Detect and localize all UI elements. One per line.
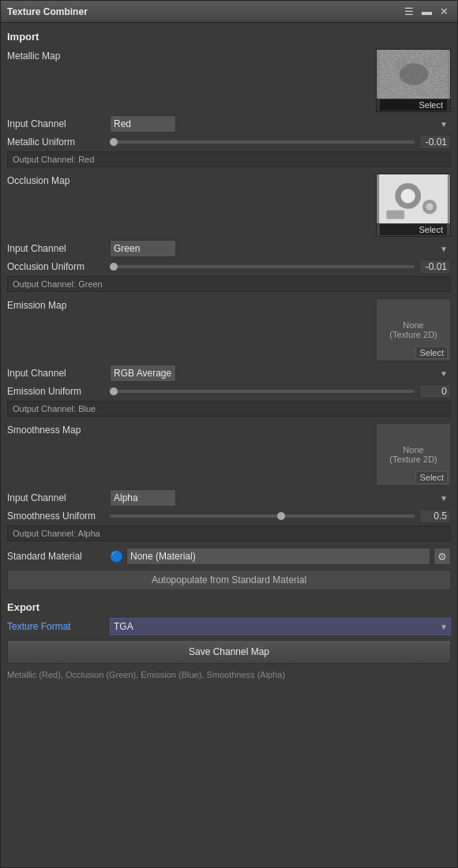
metallic-channel-dropdown-wrapper: Red Green Blue Alpha RGB Average ▼ (110, 115, 451, 133)
smoothness-channel-dropdown[interactable]: Red Green Blue Alpha RGB Average (110, 489, 176, 507)
format-dropdown-wrapper: TGA PNG EXR JPG ▼ (110, 618, 451, 635)
occlusion-select-row: Select (377, 223, 450, 236)
metallic-uniform-label: Metallic Uniform (7, 137, 110, 148)
material-sphere-icon: 🔵 (110, 550, 123, 563)
smoothness-input-channel-label: Input Channel (7, 492, 110, 503)
occlusion-map-row: Occlusion Map Select (7, 174, 451, 237)
emission-map-label: Emission Map (7, 298, 110, 311)
svg-point-4 (420, 80, 432, 92)
title-bar-right: ☰ ▬ ✕ (402, 6, 451, 17)
metallic-select-button[interactable]: Select (380, 99, 447, 110)
emission-thumbnail-none: None (Texture 2D) Select (376, 298, 451, 361)
standard-material-field: 🔵 ⚙ (110, 548, 451, 565)
svg-point-8 (401, 189, 415, 203)
title-bar-left: Texture Combiner (7, 6, 88, 17)
emission-output-channel: Output Channel: Blue (7, 401, 451, 417)
emission-input-channel-row: Input Channel Red Green Blue Alpha RGB A… (7, 365, 451, 382)
smoothness-slider-container: 0.5 (110, 509, 451, 523)
close-icon[interactable]: ✕ (437, 6, 451, 17)
svg-point-3 (393, 58, 407, 70)
occlusion-input-channel-row: Input Channel Red Green Blue Alpha RGB A… (7, 240, 451, 257)
occlusion-output-channel: Output Channel: Green (7, 276, 451, 292)
occlusion-uniform-value: -0.01 (419, 260, 451, 274)
metallic-channel-dropdown[interactable]: Red Green Blue Alpha RGB Average (110, 115, 176, 133)
smoothness-select-button[interactable]: Select (415, 471, 448, 484)
svg-point-10 (426, 203, 433, 210)
emission-uniform-value: 0 (419, 384, 451, 398)
texture-format-row: Texture Format TGA PNG EXR JPG ▼ (7, 618, 451, 635)
occlusion-map-label: Occlusion Map (7, 174, 110, 186)
occlusion-thumbnail-area: Select (110, 174, 451, 237)
occlusion-slider-thumb[interactable] (110, 263, 118, 271)
occlusion-slider-container: -0.01 (110, 260, 451, 274)
emission-none-line2: (Texture 2D) (389, 330, 437, 339)
emission-map-row: Emission Map None (Texture 2D) Select (7, 298, 451, 361)
main-content: Import Metallic Map (1, 23, 457, 867)
autopopulate-button[interactable]: Autopopulate from Standard Material (7, 570, 451, 590)
metallic-uniform-value: -0.01 (419, 135, 451, 149)
smoothness-uniform-value: 0.5 (419, 509, 451, 523)
smoothness-output-channel: Output Channel: Alpha (7, 526, 451, 541)
metallic-input-channel-row: Input Channel Red Green Blue Alpha RGB A… (7, 115, 451, 133)
occlusion-texture-preview (377, 174, 450, 223)
metallic-map-block: Metallic Map (7, 49, 451, 167)
smoothness-thumbnail-area: None (Texture 2D) Select (110, 423, 451, 486)
texture-format-dropdown[interactable]: TGA PNG EXR JPG (110, 618, 451, 635)
metallic-uniform-row: Metallic Uniform -0.01 (7, 135, 451, 149)
smoothness-none-line2: (Texture 2D) (389, 455, 437, 464)
metallic-input-channel-label: Input Channel (7, 118, 110, 129)
smoothness-map-label: Smoothness Map (7, 423, 110, 436)
list-icon[interactable]: ☰ (402, 6, 416, 17)
emission-select-button[interactable]: Select (415, 346, 448, 359)
title-bar: Texture Combiner ☰ ▬ ✕ (1, 1, 457, 23)
metallic-texture-preview (377, 50, 450, 99)
texture-format-label: Texture Format (7, 621, 110, 632)
texture-combiner-window: Texture Combiner ☰ ▬ ✕ Import Metallic M… (0, 0, 458, 868)
export-header: Export (7, 601, 451, 613)
window-title: Texture Combiner (7, 6, 88, 17)
material-gear-button[interactable]: ⚙ (434, 548, 451, 565)
emission-uniform-label: Emission Uniform (7, 386, 110, 397)
emission-slider-thumb[interactable] (110, 387, 118, 395)
emission-thumbnail-area: None (Texture 2D) Select (110, 298, 451, 361)
standard-material-label: Standard Material (7, 551, 110, 562)
occlusion-input-channel-label: Input Channel (7, 243, 110, 254)
standard-material-row: Standard Material 🔵 ⚙ (7, 548, 451, 565)
emission-channel-dropdown[interactable]: Red Green Blue Alpha RGB Average (110, 365, 176, 382)
occlusion-slider-track[interactable] (110, 265, 415, 268)
occlusion-thumbnail: Select (376, 174, 451, 237)
smoothness-slider-track[interactable] (110, 514, 415, 518)
metallic-map-row: Metallic Map (7, 49, 451, 112)
emission-channel-dropdown-wrapper: Red Green Blue Alpha RGB Average ▼ (110, 365, 451, 382)
smoothness-channel-dropdown-wrapper: Red Green Blue Alpha RGB Average ▼ (110, 489, 451, 507)
smoothness-input-channel-row: Input Channel Red Green Blue Alpha RGB A… (7, 489, 451, 507)
occlusion-uniform-label: Occlusion Uniform (7, 261, 110, 272)
smoothness-dropdown-arrow: ▼ (440, 494, 448, 503)
metallic-slider-thumb[interactable] (110, 138, 118, 146)
emission-slider-track[interactable] (110, 390, 415, 393)
smoothness-slider-thumb[interactable] (277, 512, 285, 520)
metallic-slider-container: -0.01 (110, 135, 451, 149)
emission-input-channel-label: Input Channel (7, 368, 110, 379)
smoothness-map-block: Smoothness Map None (Texture 2D) Select … (7, 423, 451, 541)
svg-rect-11 (386, 211, 404, 219)
metallic-select-row: Select (377, 99, 450, 111)
smoothness-thumbnail-none: None (Texture 2D) Select (376, 423, 451, 486)
smoothness-none-line1: None (403, 445, 423, 455)
minimize-icon[interactable]: ▬ (419, 6, 434, 17)
emission-none-line1: None (403, 320, 423, 330)
emission-uniform-row: Emission Uniform 0 (7, 384, 451, 398)
metallic-map-label: Metallic Map (7, 49, 110, 62)
save-channel-map-button[interactable]: Save Channel Map (7, 640, 451, 664)
metallic-dropdown-arrow: ▼ (440, 120, 448, 129)
metallic-thumbnail-area: Select (110, 49, 451, 112)
metallic-slider-track[interactable] (110, 140, 415, 144)
standard-material-input[interactable] (126, 548, 430, 565)
smoothness-uniform-label: Smoothness Uniform (7, 511, 110, 522)
occlusion-dropdown-arrow: ▼ (440, 245, 448, 253)
occlusion-select-button[interactable]: Select (380, 224, 447, 235)
import-header: Import (7, 31, 451, 43)
metallic-thumbnail: Select (376, 49, 451, 112)
occlusion-channel-dropdown[interactable]: Red Green Blue Alpha RGB Average (110, 240, 176, 257)
emission-dropdown-arrow: ▼ (440, 369, 448, 378)
